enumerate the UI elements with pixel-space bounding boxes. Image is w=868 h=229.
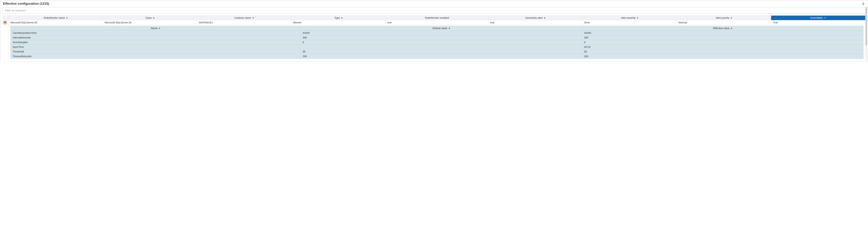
detail-cell-default <box>301 45 582 49</box>
sort-icon: ◆ <box>637 17 638 19</box>
scrollbar-thumb[interactable] <box>866 7 867 45</box>
detail-row: IntervalSeconds300300 <box>10 35 864 40</box>
detail-col-effective[interactable]: Effective value◆ <box>582 26 863 31</box>
detail-cell-default: 200 <box>301 54 582 59</box>
sort-icon: ◆ <box>66 17 68 19</box>
detail-cell-name: SyncTime <box>10 45 301 49</box>
detail-row: TimeoutSeconds200200 <box>10 54 864 59</box>
detail-cell-effective: 300 <box>582 35 863 40</box>
detail-cell-effective: 43200 <box>582 31 863 35</box>
col-expand-toggle <box>3 15 9 20</box>
cell-type: Monitor <box>291 20 385 25</box>
cell-instance-name: INSTANCE1 <box>197 20 291 25</box>
detail-cell-default: 6 <box>301 40 582 45</box>
detail-cell-name: IntervalSeconds <box>10 35 301 40</box>
col-rule-monitor-name[interactable]: Rule/Monitor name◆ <box>9 15 103 20</box>
sort-icon: ◆ <box>159 27 160 29</box>
panel-title: Effective configuration (1215) <box>3 2 49 5</box>
sort-desc-icon: ▼ <box>824 17 826 19</box>
sort-icon: ◆ <box>341 17 342 19</box>
table-row[interactable]: Microsoft.SQLServer.20Microsoft.SQLServe… <box>3 20 865 25</box>
scrollbar-vertical[interactable] <box>865 7 867 61</box>
cell-generates-alert: true <box>488 20 583 25</box>
col-type[interactable]: Type◆ <box>291 15 385 20</box>
detail-col-name[interactable]: Name◆ <box>10 26 301 31</box>
detail-container: Name◆Default value◆Effective value◆Cache… <box>9 25 865 60</box>
cell-class: Microsoft.SQLServer.20 <box>103 20 197 25</box>
col-instance-name[interactable]: Instance name◆ <box>197 15 291 20</box>
detail-header-row: Name◆Default value◆Effective value◆ <box>10 26 864 31</box>
panel-header: Effective configuration (1215) <box>1 1 867 6</box>
sort-icon: ◆ <box>448 27 450 29</box>
detail-cell-name: NumSamples <box>10 40 301 45</box>
effective-configuration-panel: Effective configuration (1215) Rule/Moni… <box>0 0 868 62</box>
detail-cell-default: 95 <box>301 49 582 54</box>
detail-cell-name: TimeoutSeconds <box>10 54 301 59</box>
table-header-row: Rule/Monitor name◆ Class◆ Instance name◆… <box>3 15 865 20</box>
expand-cell <box>3 20 9 25</box>
detail-cell-effective: 200 <box>582 54 863 59</box>
detail-cell-name: CacheExpirationTime <box>10 31 301 35</box>
cell-rule-monitor-name: Microsoft.SQLServer.20 <box>9 20 103 25</box>
cell-alert-severity: Error <box>583 20 677 25</box>
detail-cell-default: 43200 <box>301 31 582 35</box>
refresh-button[interactable] <box>861 2 865 6</box>
col-generates-alert[interactable]: Generates alert◆ <box>488 15 583 20</box>
sort-icon: ◆ <box>153 17 155 19</box>
sort-icon: ◆ <box>544 17 546 19</box>
col-alert-severity[interactable]: Alert severity◆ <box>583 15 677 20</box>
expand-row-button[interactable] <box>3 21 7 24</box>
detail-cell-name: Threshold <box>10 49 301 54</box>
detail-row: NumSamples66 <box>10 40 864 45</box>
col-class[interactable]: Class◆ <box>103 15 197 20</box>
col-overridden[interactable]: Overridden▼ <box>771 15 865 20</box>
detail-cell-default: 300 <box>301 35 582 40</box>
detail-cell-effective: 00:18 <box>582 45 863 49</box>
svg-marker-1 <box>4 23 5 23</box>
detail-row: CacheExpirationTime4320043200 <box>10 31 864 35</box>
config-table: Rule/Monitor name◆ Class◆ Instance name◆… <box>3 15 865 60</box>
cell-rule-monitor-enabled: true <box>385 20 488 25</box>
detail-cell-effective: 6 <box>582 40 863 45</box>
sort-icon: ◆ <box>731 27 732 29</box>
refresh-icon <box>862 2 865 5</box>
detail-row: Threshold9595 <box>10 49 864 54</box>
detail-col-default[interactable]: Default value◆ <box>301 26 582 31</box>
sort-icon: ◆ <box>731 17 732 19</box>
detail-cell-effective: 95 <box>582 49 863 54</box>
sort-icon: ◆ <box>252 17 254 19</box>
detail-row: SyncTime00:18 <box>10 45 864 49</box>
filter-input[interactable] <box>3 7 865 14</box>
chevron-down-icon <box>4 21 6 24</box>
expanded-detail-row: Name◆Default value◆Effective value◆Cache… <box>3 25 865 60</box>
col-alert-priority[interactable]: Alert priority◆ <box>677 15 771 20</box>
detail-table: Name◆Default value◆Effective value◆Cache… <box>10 26 864 59</box>
detail-indent-spacer <box>3 25 9 60</box>
cell-overridden: True <box>771 20 865 25</box>
cell-alert-priority: Normal <box>677 20 771 25</box>
panel-body: Rule/Monitor name◆ Class◆ Instance name◆… <box>1 6 867 62</box>
col-rule-monitor-enabled[interactable]: Rule/Monitor enabled <box>385 15 488 20</box>
